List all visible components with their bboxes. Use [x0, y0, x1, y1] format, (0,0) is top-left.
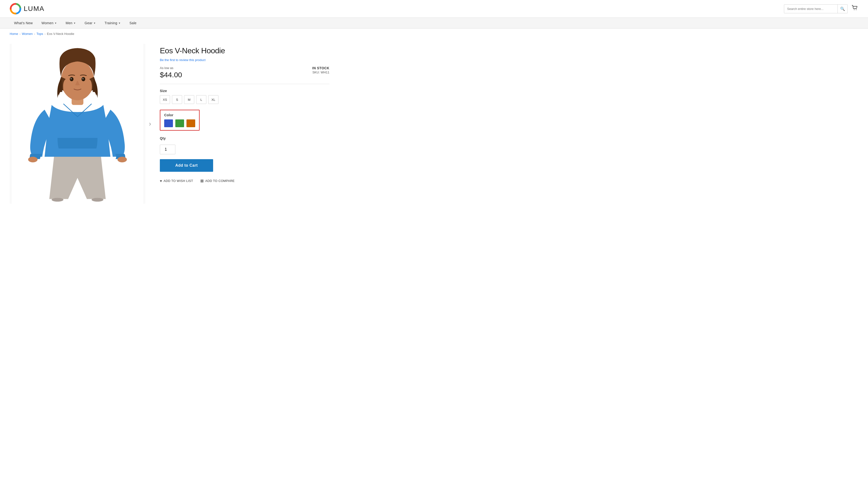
logo-area: LUMA	[10, 3, 44, 14]
header-right: 🔍	[784, 4, 858, 13]
as-low-as-label: As low as	[160, 66, 182, 70]
product-price: $44.00	[160, 71, 182, 79]
search-button[interactable]: 🔍	[837, 5, 847, 13]
product-layout: › Eos V-Neck Hoodie Be the first to revi…	[0, 39, 339, 209]
header: LUMA 🔍	[0, 0, 868, 18]
add-to-compare-button[interactable]: ▩ ADD TO COMPARE	[200, 179, 235, 183]
breadcrumb-current: Eos V-Neck Hoodie	[47, 32, 74, 36]
nav-item-men[interactable]: Men ▼	[61, 18, 80, 28]
breadcrumb-tops[interactable]: Tops	[37, 32, 43, 36]
chevron-down-icon: ▼	[73, 22, 76, 25]
qty-input[interactable]	[160, 145, 175, 154]
svg-point-1	[854, 9, 855, 10]
sku-info: SKU: WH11	[312, 70, 330, 74]
compare-icon: ▩	[200, 179, 204, 183]
sku-value: WH11	[321, 70, 330, 74]
product-image	[10, 44, 145, 204]
nav-item-women[interactable]: Women ▼	[37, 18, 61, 28]
qty-section: Qty	[160, 137, 330, 154]
nav-label-gear: Gear	[85, 21, 92, 25]
nav-item-training[interactable]: Training ▼	[100, 18, 125, 28]
nav-label-men: Men	[66, 21, 72, 25]
color-swatch-green[interactable]	[175, 119, 184, 127]
search-box: 🔍	[784, 4, 848, 13]
svg-point-5	[61, 60, 94, 100]
product-title: Eos V-Neck Hoodie	[160, 46, 330, 55]
breadcrumb-sep-1: ›	[20, 32, 21, 35]
breadcrumb-sep-2: ›	[34, 32, 35, 35]
heart-icon: ♥	[160, 179, 162, 183]
logo-text: LUMA	[24, 5, 44, 12]
size-s[interactable]: S	[172, 95, 182, 104]
svg-point-9	[82, 78, 84, 80]
stock-section: IN STOCK SKU: WH11	[312, 66, 330, 74]
add-to-cart-button[interactable]: Add to Cart	[160, 159, 213, 172]
svg-point-12	[52, 198, 63, 202]
add-to-wish-list-button[interactable]: ♥ ADD TO WISH LIST	[160, 179, 193, 183]
svg-point-10	[28, 157, 37, 162]
size-xl[interactable]: XL	[208, 95, 218, 104]
size-xs[interactable]: XS	[160, 95, 170, 104]
next-arrow-button[interactable]: ›	[149, 120, 151, 128]
stock-status: IN STOCK	[312, 66, 330, 70]
cart-icon	[851, 5, 858, 11]
sku-label: SKU:	[312, 70, 320, 74]
product-image-area: ›	[10, 44, 145, 204]
svg-point-13	[92, 198, 103, 202]
chevron-down-icon: ▼	[93, 22, 96, 25]
wish-list-label: ADD TO WISH LIST	[163, 179, 193, 183]
breadcrumb-women[interactable]: Women	[22, 32, 33, 36]
color-swatch-blue[interactable]	[164, 119, 173, 127]
search-input[interactable]	[784, 5, 837, 12]
nav-list: What's New Women ▼ Men ▼ Gear ▼ Training…	[10, 18, 858, 28]
navigation: What's New Women ▼ Men ▼ Gear ▼ Training…	[0, 18, 868, 29]
review-link[interactable]: Be the first to review this product	[160, 58, 330, 62]
chevron-down-icon: ▼	[55, 22, 57, 25]
cart-button[interactable]	[851, 5, 858, 13]
chevron-down-icon: ▼	[118, 22, 121, 25]
size-l[interactable]: L	[196, 95, 206, 104]
nav-item-sale[interactable]: Sale	[125, 18, 141, 28]
color-options	[164, 119, 195, 127]
svg-point-8	[70, 78, 72, 80]
nav-label-whats-new: What's New	[14, 21, 33, 25]
nav-label-women: Women	[41, 21, 53, 25]
secondary-actions: ♥ ADD TO WISH LIST ▩ ADD TO COMPARE	[160, 179, 330, 183]
svg-point-11	[118, 157, 127, 162]
nav-label-training: Training	[104, 21, 117, 25]
size-m[interactable]: M	[184, 95, 194, 104]
color-label: Color	[164, 113, 195, 117]
nav-item-gear[interactable]: Gear ▼	[80, 18, 100, 28]
size-options: XS S M L XL	[160, 95, 330, 104]
compare-label: ADD TO COMPARE	[206, 179, 235, 183]
product-details: Eos V-Neck Hoodie Be the first to review…	[160, 44, 330, 204]
breadcrumb-sep-3: ›	[44, 32, 45, 35]
luma-logo-icon	[10, 3, 21, 14]
nav-item-whats-new[interactable]: What's New	[10, 18, 37, 28]
color-swatch-orange[interactable]	[186, 119, 195, 127]
svg-point-2	[856, 9, 857, 10]
price-section: As low as $44.00	[160, 66, 182, 79]
color-section: Color	[160, 110, 199, 130]
breadcrumb-home[interactable]: Home	[10, 32, 18, 36]
price-stock-row: As low as $44.00 IN STOCK SKU: WH11	[160, 66, 330, 79]
size-label: Size	[160, 89, 330, 93]
qty-label: Qty	[160, 137, 330, 140]
product-image-container	[10, 44, 145, 204]
nav-label-sale: Sale	[129, 21, 136, 25]
breadcrumb: Home › Women › Tops › Eos V-Neck Hoodie	[0, 29, 868, 39]
